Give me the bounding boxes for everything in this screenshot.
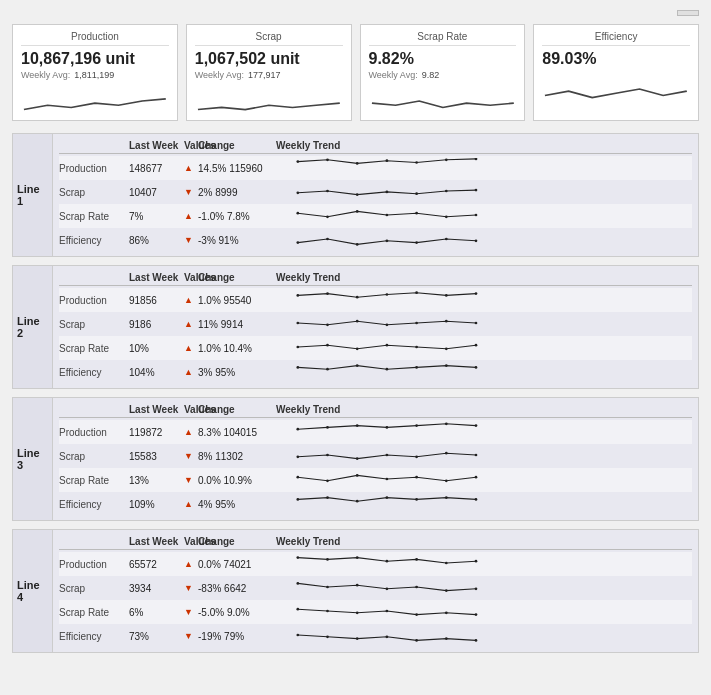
trend-2-3 [268,494,692,514]
card-sub-label-2: Weekly Avg: [369,70,418,80]
change-2-2: 0.0% 10.9% [198,475,268,486]
card-sub-1: Weekly Avg:177,917 [195,70,343,80]
line-content-3: Last Week Values Change Weekly Trend Pro… [53,530,698,652]
card-sub-label-0: Weekly Avg: [21,70,70,80]
col-metric-3 [59,536,129,547]
line-section-3: Line 4 Last Week Values Change Weekly Tr… [12,529,699,653]
arrow-3-0: ▲ [184,559,198,569]
col-last-week-1: Last Week [129,272,184,283]
line-row-3-3: Efficiency73%▼-19% 79% [59,624,692,648]
arrow-0-3: ▼ [184,235,198,245]
trend-0-1 [268,182,692,202]
col-metric-0 [59,140,129,151]
lastweek-1-1: 9186 [129,319,184,330]
line-header-2: Last Week Values Change Weekly Trend [59,402,692,418]
metric-3-3: Efficiency [59,631,129,642]
trend-2-2 [268,470,692,490]
col-last-week-0: Last Week [129,140,184,151]
lastweek-2-0: 119872 [129,427,184,438]
arrow-0-2: ▲ [184,211,198,221]
lastweek-3-1: 3934 [129,583,184,594]
lastweek-2-1: 15583 [129,451,184,462]
change-3-2: -5.0% 9.0% [198,607,268,618]
line-row-3-1: Scrap3934▼-83% 6642 [59,576,692,600]
col-values-1: Values [184,272,198,283]
lastweek-3-3: 73% [129,631,184,642]
line-row-2-3: Efficiency109%▲4% 95% [59,492,692,516]
change-0-2: -1.0% 7.8% [198,211,268,222]
metric-3-1: Scrap [59,583,129,594]
lastweek-0-3: 86% [129,235,184,246]
line-label-3: Line 4 [13,530,53,652]
summary-cards: Production 10,867,196 unit Weekly Avg:1,… [12,24,699,121]
lastweek-0-2: 7% [129,211,184,222]
summary-card-3: Efficiency 89.03% [533,24,699,121]
metric-0-0: Production [59,163,129,174]
start-week-box [677,10,699,16]
page: Production 10,867,196 unit Weekly Avg:1,… [0,0,711,671]
line-row-2-2: Scrap Rate13%▼0.0% 10.9% [59,468,692,492]
summary-card-0: Production 10,867,196 unit Weekly Avg:1,… [12,24,178,121]
trend-3-1 [268,578,692,598]
col-change-1: Change [198,272,268,283]
col-trend-1: Weekly Trend [268,272,692,283]
metric-3-2: Scrap Rate [59,607,129,618]
lastweek-0-0: 148677 [129,163,184,174]
trend-0-3 [268,230,692,250]
lastweek-0-1: 10407 [129,187,184,198]
line-row-3-2: Scrap Rate6%▼-5.0% 9.0% [59,600,692,624]
line-section-0: Line 1 Last Week Values Change Weekly Tr… [12,133,699,257]
card-sparkline-1 [195,86,343,116]
arrow-0-0: ▲ [184,163,198,173]
card-main-value-0: 10,867,196 unit [21,50,169,68]
line-row-0-3: Efficiency86%▼-3% 91% [59,228,692,252]
metric-1-1: Scrap [59,319,129,330]
col-change-2: Change [198,404,268,415]
metric-0-2: Scrap Rate [59,211,129,222]
arrow-0-1: ▼ [184,187,198,197]
change-0-3: -3% 91% [198,235,268,246]
change-3-0: 0.0% 74021 [198,559,268,570]
arrow-2-3: ▲ [184,499,198,509]
trend-0-0 [268,158,692,178]
trend-3-3 [268,626,692,646]
metric-3-0: Production [59,559,129,570]
line-section-1: Line 2 Last Week Values Change Weekly Tr… [12,265,699,389]
lastweek-3-0: 65572 [129,559,184,570]
card-sparkline-0 [21,86,169,116]
line-label-0: Line 1 [13,134,53,256]
metric-2-2: Scrap Rate [59,475,129,486]
trend-1-2 [268,338,692,358]
arrow-1-0: ▲ [184,295,198,305]
trend-2-1 [268,446,692,466]
lastweek-2-3: 109% [129,499,184,510]
col-metric-2 [59,404,129,415]
metric-0-1: Scrap [59,187,129,198]
card-title-1: Scrap [195,31,343,46]
line-row-3-0: Production65572▲0.0% 74021 [59,552,692,576]
card-main-value-3: 89.03% [542,50,690,68]
col-values-3: Values [184,536,198,547]
line-label-1: Line 2 [13,266,53,388]
arrow-2-2: ▼ [184,475,198,485]
metric-0-3: Efficiency [59,235,129,246]
line-content-2: Last Week Values Change Weekly Trend Pro… [53,398,698,520]
card-title-3: Efficiency [542,31,690,46]
line-row-1-3: Efficiency104%▲3% 95% [59,360,692,384]
card-main-value-1: 1,067,502 unit [195,50,343,68]
line-sections: Line 1 Last Week Values Change Weekly Tr… [12,133,699,653]
line-row-0-0: Production148677▲14.5% 115960 [59,156,692,180]
line-row-2-1: Scrap15583▼8% 11302 [59,444,692,468]
arrow-1-2: ▲ [184,343,198,353]
col-last-week-3: Last Week [129,536,184,547]
change-0-1: 2% 8999 [198,187,268,198]
line-header-1: Last Week Values Change Weekly Trend [59,270,692,286]
col-last-week-2: Last Week [129,404,184,415]
line-row-2-0: Production119872▲8.3% 104015 [59,420,692,444]
col-change-0: Change [198,140,268,151]
card-sub-value-2: 9.82 [422,70,440,80]
col-trend-2: Weekly Trend [268,404,692,415]
card-sparkline-2 [369,86,517,116]
metric-1-0: Production [59,295,129,306]
line-content-1: Last Week Values Change Weekly Trend Pro… [53,266,698,388]
